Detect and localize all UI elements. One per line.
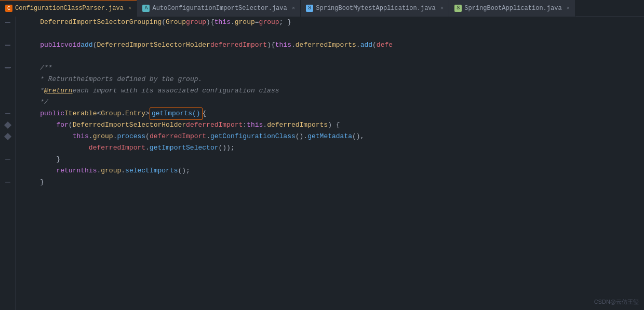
code-paren4: ) bbox=[267, 39, 271, 51]
gutter-1 bbox=[0, 17, 15, 28]
gutter-diamond-11 bbox=[4, 133, 11, 140]
code-field3: deferredImports bbox=[267, 119, 328, 131]
code-indent7 bbox=[24, 119, 56, 131]
code-assign: = bbox=[255, 17, 259, 28]
code-line-2 bbox=[24, 28, 644, 39]
code-line-14: return this . group . selectImports (); bbox=[24, 165, 644, 177]
tab-label-1: ConfigurationClassParser.java bbox=[15, 5, 124, 12]
code-param: group bbox=[186, 17, 206, 28]
code-field: group bbox=[235, 17, 255, 28]
code-brace2: { bbox=[203, 108, 207, 119]
code-type-iterable: Iterable bbox=[64, 108, 97, 119]
code-text2: { bbox=[210, 17, 214, 28]
code-kw-this4: this bbox=[73, 131, 89, 142]
code-comment-4: each import with its associated configur… bbox=[73, 85, 279, 97]
code-indent11 bbox=[24, 165, 56, 177]
code-comment-start: /** bbox=[40, 62, 52, 74]
tab-auto-config-import-selector[interactable]: A AutoConfigurationImportSelector.java × bbox=[137, 0, 301, 17]
code-brace: { bbox=[271, 39, 275, 51]
code-at-return: @return bbox=[44, 85, 73, 97]
tab-close-2[interactable]: × bbox=[292, 5, 296, 11]
code-dot9: . bbox=[145, 142, 150, 154]
code-comment-end: */ bbox=[40, 97, 48, 108]
code-indent2 bbox=[24, 62, 40, 74]
tab-icon-2: A bbox=[142, 5, 150, 12]
code-dot6: . bbox=[89, 131, 93, 142]
code-indent3 bbox=[24, 74, 40, 85]
gutter-5 bbox=[0, 62, 15, 74]
code-comment-the: the bbox=[73, 74, 85, 85]
code-line-11: this . group . process ( deferredImport … bbox=[24, 131, 644, 142]
code-angle: < bbox=[97, 108, 101, 119]
code-method-name: DeferredImportSelectorGrouping bbox=[40, 17, 162, 28]
code-kw-public: public bbox=[40, 39, 64, 51]
watermark: CSDN@云仿王玺 bbox=[594, 298, 639, 306]
gutter-2 bbox=[0, 28, 15, 39]
code-indent12 bbox=[24, 177, 40, 188]
code-comment-3: * bbox=[40, 85, 44, 97]
collapse-icon-5[interactable] bbox=[4, 64, 11, 72]
code-dot5: . bbox=[263, 119, 267, 131]
code-dot4: . bbox=[121, 108, 125, 119]
collapse-icon-9[interactable] bbox=[4, 110, 11, 117]
gutter-dash-3 bbox=[5, 45, 10, 46]
code-fn-add: add bbox=[81, 39, 92, 51]
code-field4: group bbox=[93, 131, 113, 142]
code-comment-1: * Return bbox=[40, 74, 72, 85]
code-fn-process: process bbox=[117, 131, 145, 142]
code-indent4 bbox=[24, 85, 40, 97]
tab-spring-boot-application[interactable]: S SpringBootApplication.java × bbox=[449, 0, 575, 17]
code-param3: deferredImport bbox=[210, 39, 267, 51]
tab-label-4: SpringBootApplication.java bbox=[464, 5, 561, 12]
code-indent5 bbox=[24, 97, 40, 108]
code-kw-public2: public bbox=[40, 108, 64, 119]
tab-close-4[interactable]: × bbox=[567, 5, 570, 11]
tab-spring-boot-mytest[interactable]: S SpringBootMytestApplication.java × bbox=[301, 0, 449, 17]
code-kw-this2: this bbox=[275, 39, 291, 51]
code-text bbox=[24, 17, 40, 28]
collapse-icon-13[interactable] bbox=[4, 156, 11, 163]
code-brace3: ) { bbox=[328, 119, 340, 131]
code-fn-get-imports: getImports() bbox=[150, 107, 203, 120]
code-close-brace: } bbox=[56, 154, 60, 165]
code-param5: deferredImport bbox=[186, 119, 243, 131]
code-fn-getConfig: getConfigurationClass bbox=[210, 131, 296, 142]
tab-configuration-class-parser[interactable]: C ConfigurationClassParser.java × bbox=[0, 0, 137, 17]
tab-label-2: AutoConfigurationImportSelector.java bbox=[152, 5, 287, 12]
code-type3: DeferredImportSelectorHolder bbox=[73, 119, 186, 131]
code-paren: ( bbox=[162, 17, 166, 28]
code-line-7: * @return each import with its associate… bbox=[24, 85, 644, 97]
code-indent bbox=[24, 39, 40, 51]
svg-rect-3 bbox=[5, 113, 10, 114]
code-sp5: ( bbox=[69, 119, 73, 131]
code-angle2: > bbox=[145, 108, 150, 119]
code-kw-for: for bbox=[56, 119, 68, 131]
code-line-13: } bbox=[24, 154, 644, 165]
code-editor[interactable]: DeferredImportSelectorGrouping ( Group g… bbox=[16, 17, 644, 310]
code-line-8: */ bbox=[24, 97, 644, 108]
code-line-1: DeferredImportSelectorGrouping ( Group g… bbox=[24, 17, 644, 28]
code-dot7: . bbox=[113, 131, 117, 142]
code-kw-void: void bbox=[64, 39, 81, 51]
code-dot8: . bbox=[206, 131, 210, 142]
gutter-3 bbox=[0, 39, 15, 51]
code-line-15: } bbox=[24, 177, 644, 188]
gutter-10 bbox=[0, 119, 15, 131]
code-kw-return: return bbox=[56, 165, 81, 177]
gutter-12 bbox=[0, 142, 15, 154]
tab-close-1[interactable]: × bbox=[128, 5, 132, 11]
code-line-10: for ( DeferredImportSelectorHolder defer… bbox=[24, 119, 644, 131]
code-fn-getSelector: getImportSelector bbox=[150, 142, 219, 154]
tab-icon-4: S bbox=[454, 5, 462, 12]
code-paren7: (). bbox=[296, 131, 307, 142]
code-param4: defe bbox=[377, 39, 393, 51]
code-paren5: ( bbox=[372, 39, 377, 51]
code-paren3: ( bbox=[93, 39, 97, 51]
tab-close-3[interactable]: × bbox=[440, 5, 444, 11]
gutter-13 bbox=[0, 154, 15, 165]
gutter-15 bbox=[0, 177, 15, 188]
gutter-dash-1 bbox=[5, 22, 10, 23]
collapse-icon-15[interactable] bbox=[4, 179, 11, 186]
tab-icon-1: C bbox=[5, 5, 12, 12]
code-type-entry: Entry bbox=[125, 108, 145, 119]
